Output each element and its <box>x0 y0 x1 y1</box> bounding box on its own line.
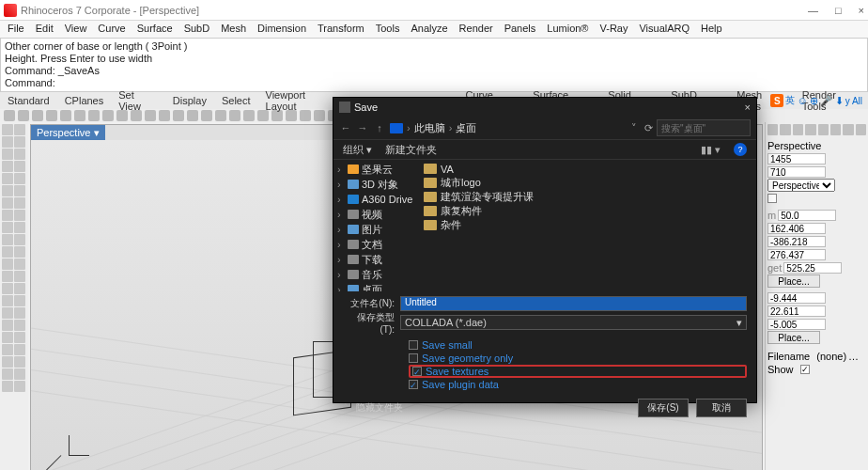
show-checkbox[interactable] <box>800 365 810 374</box>
tree-node[interactable]: ›下载 <box>337 252 414 267</box>
tool-icon[interactable] <box>14 124 25 135</box>
menu-edit[interactable]: Edit <box>36 23 54 36</box>
tool-icon[interactable] <box>2 173 13 184</box>
crumb-dropdown[interactable]: ˅ <box>628 122 641 134</box>
toolbar-icon[interactable] <box>159 110 170 121</box>
panel-tab-icon[interactable] <box>843 124 853 135</box>
projection-select[interactable]: Perspective <box>767 179 835 192</box>
folder-item[interactable]: 杂件 <box>424 218 751 232</box>
tool-icon[interactable] <box>14 283 25 294</box>
camera-h[interactable] <box>767 166 826 178</box>
tree-node[interactable]: ›桌面 <box>337 282 414 291</box>
help-button[interactable]: ? <box>734 143 747 156</box>
toolbar-icon[interactable] <box>60 110 71 121</box>
menu-file[interactable]: File <box>8 23 24 36</box>
cam-x[interactable] <box>767 223 826 234</box>
tool-icon[interactable] <box>2 283 13 294</box>
option-checkbox[interactable] <box>409 340 418 350</box>
lens[interactable] <box>778 210 836 221</box>
tab-set-view[interactable]: Set View <box>118 89 158 112</box>
tool-icon[interactable] <box>14 197 25 209</box>
tool-icon[interactable] <box>14 161 25 172</box>
refresh-button[interactable]: ⟳ <box>644 122 653 134</box>
panel-tab-icon[interactable] <box>780 124 790 135</box>
tool-icon[interactable] <box>2 161 13 172</box>
tool-icon[interactable] <box>14 307 25 319</box>
folder-item[interactable]: 建筑渲染专项提升课 <box>424 190 751 204</box>
tool-icon[interactable] <box>14 320 25 331</box>
tree-node[interactable]: ›3D 对象 <box>337 177 414 192</box>
lock-checkbox[interactable] <box>767 194 777 203</box>
tool-icon[interactable] <box>14 234 25 245</box>
tool-icon[interactable] <box>2 258 13 270</box>
place-target-button[interactable]: Place... <box>767 331 820 344</box>
tool-icon[interactable] <box>2 332 13 343</box>
tool-icon[interactable] <box>14 332 25 343</box>
tree-node[interactable]: ›音乐 <box>337 267 414 282</box>
pc-icon[interactable] <box>390 123 403 133</box>
place-camera-button[interactable]: Place... <box>767 274 820 288</box>
menu-mesh[interactable]: Mesh <box>221 23 246 36</box>
menu-dimension[interactable]: Dimension <box>257 23 306 36</box>
cmd-prompt[interactable]: Command: <box>5 77 863 89</box>
nav-fwd-button[interactable]: → <box>356 122 369 133</box>
browse-button[interactable]: … <box>848 351 859 362</box>
filename-input[interactable]: Untitled <box>400 296 747 311</box>
hide-folders-toggle[interactable]: 隐藏文件夹 <box>356 401 403 415</box>
tool-icon[interactable] <box>14 246 25 258</box>
menu-tools[interactable]: Tools <box>376 23 400 36</box>
tool-icon[interactable] <box>2 344 13 355</box>
menu-transform[interactable]: Transform <box>318 23 364 36</box>
panel-tab-icon[interactable] <box>805 124 815 135</box>
tool-icon[interactable] <box>2 210 13 221</box>
menu-panels[interactable]: Panels <box>504 23 536 36</box>
panel-tab-icon[interactable] <box>818 124 829 135</box>
tool-icon[interactable] <box>14 149 25 160</box>
tool-icon[interactable] <box>2 381 13 392</box>
tool-icon[interactable] <box>2 356 13 368</box>
tool-icon[interactable] <box>2 307 13 319</box>
nav-up-button[interactable]: ↑ <box>373 122 386 133</box>
toolbar-icon[interactable] <box>74 110 85 121</box>
option-checkbox[interactable] <box>409 380 418 389</box>
menu-surface[interactable]: Surface <box>137 23 173 36</box>
tool-icon[interactable] <box>2 222 13 233</box>
folder-item[interactable]: 城市logo <box>424 176 751 190</box>
viewport-tab[interactable]: Perspective ▾ <box>31 125 105 140</box>
panel-tab-icon[interactable] <box>856 124 866 135</box>
panel-tab-icon[interactable] <box>793 124 803 135</box>
tree-node[interactable]: ›视频 <box>337 207 414 222</box>
toolbar-icon[interactable] <box>18 110 29 121</box>
tool-icon[interactable] <box>14 381 25 392</box>
toolbar-icon[interactable] <box>173 110 184 121</box>
toolbar-icon[interactable] <box>102 110 114 121</box>
tab-standard[interactable]: Standard <box>8 95 50 106</box>
tool-icon[interactable] <box>2 271 13 282</box>
ime-icon[interactable]: S <box>770 94 783 107</box>
tab-display[interactable]: Display <box>173 95 207 106</box>
new-folder-button[interactable]: 新建文件夹 <box>385 143 437 157</box>
nav-back-button[interactable]: ← <box>339 122 352 133</box>
tree-node[interactable]: ›A360 Drive <box>337 192 414 207</box>
tree-node[interactable]: ›坚果云 <box>337 162 414 177</box>
toolbar-icon[interactable] <box>187 110 198 121</box>
toolbar-icon[interactable] <box>201 110 212 121</box>
menu-v-ray[interactable]: V-Ray <box>599 23 628 36</box>
breadcrumb-pc[interactable]: 此电脑 <box>414 121 445 135</box>
toolbar-icon[interactable] <box>243 110 255 121</box>
tool-icon[interactable] <box>2 136 13 148</box>
menu-render[interactable]: Render <box>459 23 493 36</box>
ime-lang[interactable]: 英 <box>785 94 795 107</box>
tool-icon[interactable] <box>2 295 13 306</box>
filetype-select[interactable]: COLLADA (*.dae)▾ <box>400 315 747 330</box>
chevron-down-icon[interactable]: ˄ <box>343 402 349 415</box>
tool-icon[interactable] <box>2 246 13 258</box>
target-dist[interactable] <box>783 262 842 274</box>
toolbar-icon[interactable] <box>215 110 226 121</box>
organize-menu[interactable]: 组织 ▾ <box>343 143 372 157</box>
tool-icon[interactable] <box>2 124 13 135</box>
minimize-button[interactable]: — <box>808 5 818 16</box>
cam-z[interactable] <box>767 249 826 260</box>
cam-y[interactable] <box>767 236 826 247</box>
panel-tab-icon[interactable] <box>830 124 841 135</box>
